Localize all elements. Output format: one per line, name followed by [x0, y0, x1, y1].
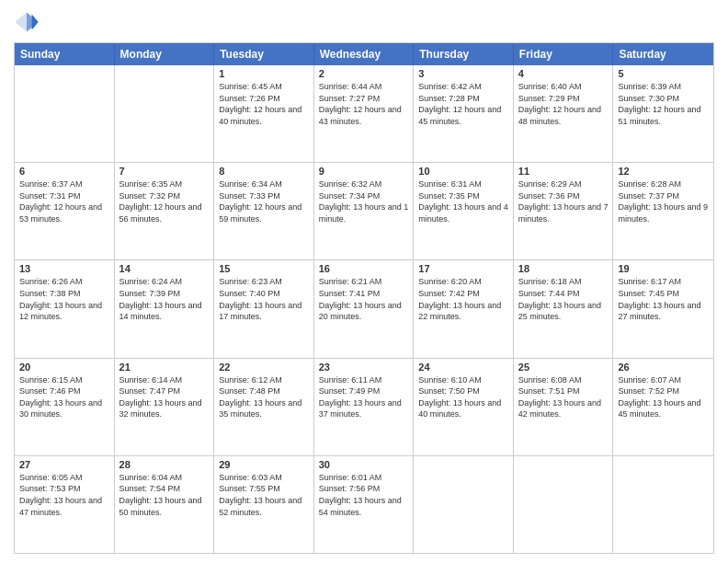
day-number: 5 — [618, 68, 709, 79]
calendar-cell: 10Sunrise: 6:31 AM Sunset: 7:35 PM Dayli… — [414, 163, 514, 259]
calendar-cell: 16Sunrise: 6:21 AM Sunset: 7:41 PM Dayli… — [314, 260, 415, 357]
day-info: Sunrise: 6:03 AM Sunset: 7:55 PM Dayligh… — [219, 472, 309, 518]
calendar-week-row: 27Sunrise: 6:05 AM Sunset: 7:53 PM Dayli… — [15, 456, 713, 553]
calendar-cell: 27Sunrise: 6:05 AM Sunset: 7:53 PM Dayli… — [15, 456, 115, 553]
day-number: 12 — [618, 166, 709, 177]
logo-icon — [14, 9, 40, 35]
calendar-cell: 25Sunrise: 6:08 AM Sunset: 7:51 PM Dayli… — [514, 359, 614, 455]
day-info: Sunrise: 6:10 AM Sunset: 7:50 PM Dayligh… — [418, 374, 508, 420]
day-info: Sunrise: 6:39 AM Sunset: 7:30 PM Dayligh… — [618, 81, 709, 127]
calendar-cell: 28Sunrise: 6:04 AM Sunset: 7:54 PM Dayli… — [115, 456, 215, 553]
day-info: Sunrise: 6:18 AM Sunset: 7:44 PM Dayligh… — [518, 276, 609, 322]
calendar-cell — [414, 456, 514, 553]
day-info: Sunrise: 6:21 AM Sunset: 7:41 PM Dayligh… — [319, 276, 409, 322]
weekday-header: Tuesday — [214, 43, 314, 65]
day-info: Sunrise: 6:28 AM Sunset: 7:37 PM Dayligh… — [618, 178, 709, 224]
day-number: 29 — [219, 459, 309, 470]
day-info: Sunrise: 6:32 AM Sunset: 7:34 PM Dayligh… — [319, 178, 409, 224]
day-number: 14 — [119, 263, 210, 274]
logo — [14, 9, 43, 35]
day-info: Sunrise: 6:17 AM Sunset: 7:45 PM Dayligh… — [618, 276, 709, 322]
calendar-cell: 11Sunrise: 6:29 AM Sunset: 7:36 PM Dayli… — [514, 163, 614, 259]
day-number: 9 — [319, 166, 409, 177]
calendar-cell: 5Sunrise: 6:39 AM Sunset: 7:30 PM Daylig… — [613, 65, 713, 162]
day-info: Sunrise: 6:44 AM Sunset: 7:27 PM Dayligh… — [319, 81, 409, 127]
weekday-header: Wednesday — [314, 43, 415, 65]
calendar-cell: 13Sunrise: 6:26 AM Sunset: 7:38 PM Dayli… — [15, 260, 115, 357]
calendar-cell: 3Sunrise: 6:42 AM Sunset: 7:28 PM Daylig… — [414, 65, 514, 162]
day-info: Sunrise: 6:15 AM Sunset: 7:46 PM Dayligh… — [19, 374, 109, 420]
day-number: 23 — [319, 362, 409, 373]
day-info: Sunrise: 6:23 AM Sunset: 7:40 PM Dayligh… — [219, 276, 309, 322]
day-number: 16 — [319, 263, 409, 274]
calendar-cell — [613, 456, 713, 553]
day-number: 8 — [219, 166, 309, 177]
day-number: 28 — [119, 459, 210, 470]
calendar-cell: 24Sunrise: 6:10 AM Sunset: 7:50 PM Dayli… — [414, 359, 514, 455]
day-number: 3 — [418, 68, 508, 79]
day-info: Sunrise: 6:40 AM Sunset: 7:29 PM Dayligh… — [518, 81, 609, 127]
day-number: 27 — [19, 459, 109, 470]
day-info: Sunrise: 6:04 AM Sunset: 7:54 PM Dayligh… — [119, 472, 210, 518]
day-number: 24 — [418, 362, 508, 373]
calendar-cell: 30Sunrise: 6:01 AM Sunset: 7:56 PM Dayli… — [314, 456, 415, 553]
calendar-cell: 15Sunrise: 6:23 AM Sunset: 7:40 PM Dayli… — [214, 260, 314, 357]
calendar: SundayMondayTuesdayWednesdayThursdayFrid… — [14, 42, 714, 554]
calendar-week-row: 20Sunrise: 6:15 AM Sunset: 7:46 PM Dayli… — [15, 359, 713, 456]
calendar-cell — [15, 65, 115, 162]
day-info: Sunrise: 6:11 AM Sunset: 7:49 PM Dayligh… — [319, 374, 409, 420]
day-info: Sunrise: 6:26 AM Sunset: 7:38 PM Dayligh… — [19, 276, 109, 322]
day-number: 6 — [19, 166, 109, 177]
weekday-header: Thursday — [414, 43, 514, 65]
weekday-header: Saturday — [613, 43, 713, 65]
calendar-cell: 23Sunrise: 6:11 AM Sunset: 7:49 PM Dayli… — [314, 359, 415, 455]
calendar-cell: 12Sunrise: 6:28 AM Sunset: 7:37 PM Dayli… — [613, 163, 713, 259]
day-number: 10 — [418, 166, 508, 177]
day-number: 21 — [119, 362, 210, 373]
day-number: 11 — [518, 166, 609, 177]
day-info: Sunrise: 6:01 AM Sunset: 7:56 PM Dayligh… — [319, 472, 409, 518]
day-info: Sunrise: 6:05 AM Sunset: 7:53 PM Dayligh… — [19, 472, 109, 518]
day-number: 17 — [418, 263, 508, 274]
day-number: 30 — [319, 459, 409, 470]
calendar-cell: 19Sunrise: 6:17 AM Sunset: 7:45 PM Dayli… — [613, 260, 713, 357]
day-number: 2 — [319, 68, 409, 79]
calendar-week-row: 6Sunrise: 6:37 AM Sunset: 7:31 PM Daylig… — [15, 163, 713, 260]
calendar-body: 1Sunrise: 6:45 AM Sunset: 7:26 PM Daylig… — [15, 65, 713, 553]
calendar-cell: 8Sunrise: 6:34 AM Sunset: 7:33 PM Daylig… — [214, 163, 314, 259]
calendar-cell: 21Sunrise: 6:14 AM Sunset: 7:47 PM Dayli… — [115, 359, 215, 455]
calendar-cell: 6Sunrise: 6:37 AM Sunset: 7:31 PM Daylig… — [15, 163, 115, 259]
calendar-cell: 29Sunrise: 6:03 AM Sunset: 7:55 PM Dayli… — [214, 456, 314, 553]
day-number: 25 — [518, 362, 609, 373]
day-info: Sunrise: 6:14 AM Sunset: 7:47 PM Dayligh… — [119, 374, 210, 420]
calendar-cell: 17Sunrise: 6:20 AM Sunset: 7:42 PM Dayli… — [414, 260, 514, 357]
day-info: Sunrise: 6:12 AM Sunset: 7:48 PM Dayligh… — [219, 374, 309, 420]
calendar-cell: 1Sunrise: 6:45 AM Sunset: 7:26 PM Daylig… — [214, 65, 314, 162]
calendar-cell: 4Sunrise: 6:40 AM Sunset: 7:29 PM Daylig… — [514, 65, 614, 162]
day-info: Sunrise: 6:45 AM Sunset: 7:26 PM Dayligh… — [219, 81, 309, 127]
day-info: Sunrise: 6:35 AM Sunset: 7:32 PM Dayligh… — [119, 178, 210, 224]
day-number: 7 — [119, 166, 210, 177]
calendar-header: SundayMondayTuesdayWednesdayThursdayFrid… — [15, 43, 713, 65]
weekday-header: Monday — [115, 43, 215, 65]
day-number: 18 — [518, 263, 609, 274]
day-info: Sunrise: 6:20 AM Sunset: 7:42 PM Dayligh… — [418, 276, 508, 322]
day-info: Sunrise: 6:37 AM Sunset: 7:31 PM Dayligh… — [19, 178, 109, 224]
day-number: 22 — [219, 362, 309, 373]
day-number: 4 — [518, 68, 609, 79]
calendar-cell: 2Sunrise: 6:44 AM Sunset: 7:27 PM Daylig… — [314, 65, 415, 162]
weekday-header: Sunday — [15, 43, 115, 65]
calendar-cell: 22Sunrise: 6:12 AM Sunset: 7:48 PM Dayli… — [214, 359, 314, 455]
calendar-cell: 26Sunrise: 6:07 AM Sunset: 7:52 PM Dayli… — [613, 359, 713, 455]
calendar-cell: 18Sunrise: 6:18 AM Sunset: 7:44 PM Dayli… — [514, 260, 614, 357]
day-number: 20 — [19, 362, 109, 373]
calendar-cell — [115, 65, 215, 162]
page-header — [14, 9, 714, 35]
day-info: Sunrise: 6:24 AM Sunset: 7:39 PM Dayligh… — [119, 276, 210, 322]
calendar-cell: 7Sunrise: 6:35 AM Sunset: 7:32 PM Daylig… — [115, 163, 215, 259]
day-info: Sunrise: 6:31 AM Sunset: 7:35 PM Dayligh… — [418, 178, 508, 224]
day-number: 15 — [219, 263, 309, 274]
calendar-week-row: 13Sunrise: 6:26 AM Sunset: 7:38 PM Dayli… — [15, 260, 713, 358]
day-info: Sunrise: 6:42 AM Sunset: 7:28 PM Dayligh… — [418, 81, 508, 127]
calendar-cell: 20Sunrise: 6:15 AM Sunset: 7:46 PM Dayli… — [15, 359, 115, 455]
